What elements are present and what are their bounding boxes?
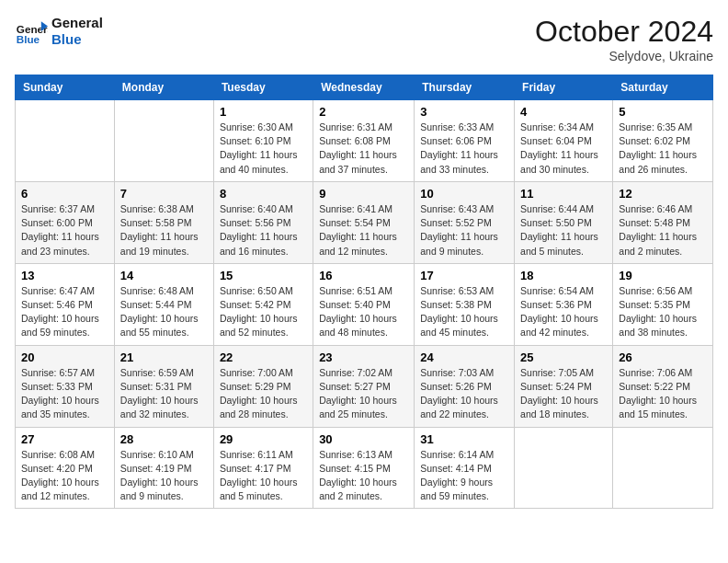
day-number: 12	[619, 187, 707, 201]
calendar-cell: 7Sunrise: 6:38 AM Sunset: 5:58 PM Daylig…	[114, 181, 213, 263]
calendar-cell: 8Sunrise: 6:40 AM Sunset: 5:56 PM Daylig…	[213, 181, 313, 263]
calendar-cell: 29Sunrise: 6:11 AM Sunset: 4:17 PM Dayli…	[213, 427, 313, 509]
calendar-cell: 31Sunrise: 6:14 AM Sunset: 4:14 PM Dayli…	[415, 427, 515, 509]
day-info: Sunrise: 7:06 AM Sunset: 5:22 PM Dayligh…	[619, 366, 707, 422]
calendar-cell: 22Sunrise: 7:00 AM Sunset: 5:29 PM Dayli…	[213, 345, 313, 427]
day-number: 2	[319, 105, 408, 119]
weekday-header: Tuesday	[213, 75, 313, 100]
calendar-cell: 17Sunrise: 6:53 AM Sunset: 5:38 PM Dayli…	[415, 263, 515, 345]
calendar-cell: 13Sunrise: 6:47 AM Sunset: 5:46 PM Dayli…	[16, 263, 115, 345]
day-number: 1	[220, 105, 307, 119]
calendar-cell: 24Sunrise: 7:03 AM Sunset: 5:26 PM Dayli…	[415, 345, 515, 427]
day-info: Sunrise: 6:35 AM Sunset: 6:02 PM Dayligh…	[619, 121, 707, 177]
day-number: 3	[420, 105, 508, 119]
calendar-cell: 6Sunrise: 6:37 AM Sunset: 6:00 PM Daylig…	[16, 181, 115, 263]
day-number: 24	[420, 350, 508, 364]
day-number: 8	[220, 187, 307, 201]
day-info: Sunrise: 6:47 AM Sunset: 5:46 PM Dayligh…	[21, 284, 108, 340]
day-number: 7	[120, 187, 208, 201]
calendar-cell	[114, 100, 213, 182]
day-number: 20	[21, 350, 108, 364]
calendar-cell	[16, 100, 115, 182]
day-number: 31	[420, 432, 508, 446]
calendar-cell: 19Sunrise: 6:56 AM Sunset: 5:35 PM Dayli…	[613, 263, 713, 345]
calendar-cell: 20Sunrise: 6:57 AM Sunset: 5:33 PM Dayli…	[16, 345, 115, 427]
logo-icon: General Blue	[15, 15, 48, 48]
calendar-cell: 15Sunrise: 6:50 AM Sunset: 5:42 PM Dayli…	[213, 263, 313, 345]
calendar-week-row: 13Sunrise: 6:47 AM Sunset: 5:46 PM Dayli…	[16, 263, 713, 345]
calendar-cell: 23Sunrise: 7:02 AM Sunset: 5:27 PM Dayli…	[313, 345, 415, 427]
calendar-cell: 2Sunrise: 6:31 AM Sunset: 6:08 PM Daylig…	[313, 100, 415, 182]
weekday-header: Thursday	[415, 75, 515, 100]
day-info: Sunrise: 6:54 AM Sunset: 5:36 PM Dayligh…	[520, 284, 607, 340]
day-info: Sunrise: 6:08 AM Sunset: 4:20 PM Dayligh…	[21, 448, 108, 504]
day-info: Sunrise: 7:02 AM Sunset: 5:27 PM Dayligh…	[319, 366, 408, 422]
day-info: Sunrise: 6:37 AM Sunset: 6:00 PM Dayligh…	[21, 202, 108, 259]
calendar-table: SundayMondayTuesdayWednesdayThursdayFrid…	[15, 75, 713, 509]
weekday-header: Friday	[515, 75, 613, 100]
day-number: 29	[220, 432, 307, 446]
day-number: 15	[220, 269, 307, 282]
day-info: Sunrise: 6:50 AM Sunset: 5:42 PM Dayligh…	[220, 284, 307, 340]
day-number: 10	[420, 187, 508, 201]
calendar-body: 1Sunrise: 6:30 AM Sunset: 6:10 PM Daylig…	[16, 100, 713, 509]
day-number: 27	[21, 432, 108, 446]
weekday-header: Saturday	[613, 75, 713, 100]
day-info: Sunrise: 6:51 AM Sunset: 5:40 PM Dayligh…	[319, 284, 408, 340]
calendar-cell: 27Sunrise: 6:08 AM Sunset: 4:20 PM Dayli…	[16, 427, 115, 509]
calendar-cell	[613, 427, 713, 509]
day-info: Sunrise: 6:56 AM Sunset: 5:35 PM Dayligh…	[619, 284, 707, 340]
day-info: Sunrise: 6:48 AM Sunset: 5:44 PM Dayligh…	[120, 284, 208, 340]
calendar-cell: 14Sunrise: 6:48 AM Sunset: 5:44 PM Dayli…	[114, 263, 213, 345]
day-number: 4	[520, 105, 607, 119]
day-info: Sunrise: 6:44 AM Sunset: 5:50 PM Dayligh…	[520, 202, 607, 259]
calendar-cell: 11Sunrise: 6:44 AM Sunset: 5:50 PM Dayli…	[515, 181, 613, 263]
logo-text-blue: Blue	[51, 31, 103, 48]
calendar-cell: 3Sunrise: 6:33 AM Sunset: 6:06 PM Daylig…	[415, 100, 515, 182]
calendar-cell: 18Sunrise: 6:54 AM Sunset: 5:36 PM Dayli…	[515, 263, 613, 345]
day-number: 30	[319, 432, 408, 446]
calendar-cell: 16Sunrise: 6:51 AM Sunset: 5:40 PM Dayli…	[313, 263, 415, 345]
svg-text:Blue: Blue	[17, 33, 40, 45]
day-info: Sunrise: 6:34 AM Sunset: 6:04 PM Dayligh…	[520, 121, 607, 177]
day-number: 13	[21, 269, 108, 282]
day-info: Sunrise: 6:31 AM Sunset: 6:08 PM Dayligh…	[319, 121, 408, 177]
calendar-week-row: 6Sunrise: 6:37 AM Sunset: 6:00 PM Daylig…	[16, 181, 713, 263]
logo: General Blue General Blue	[15, 15, 103, 48]
day-info: Sunrise: 6:41 AM Sunset: 5:54 PM Dayligh…	[319, 202, 408, 259]
day-number: 19	[619, 269, 707, 282]
day-info: Sunrise: 7:05 AM Sunset: 5:24 PM Dayligh…	[520, 366, 607, 422]
day-info: Sunrise: 6:40 AM Sunset: 5:56 PM Dayligh…	[220, 202, 307, 259]
day-info: Sunrise: 6:30 AM Sunset: 6:10 PM Dayligh…	[220, 121, 307, 177]
calendar-cell: 28Sunrise: 6:10 AM Sunset: 4:19 PM Dayli…	[114, 427, 213, 509]
day-info: Sunrise: 6:11 AM Sunset: 4:17 PM Dayligh…	[220, 448, 307, 504]
day-number: 22	[220, 350, 307, 364]
day-number: 14	[120, 269, 208, 282]
day-number: 25	[520, 350, 607, 364]
day-info: Sunrise: 7:00 AM Sunset: 5:29 PM Dayligh…	[220, 366, 307, 422]
day-number: 28	[120, 432, 208, 446]
weekday-header: Wednesday	[313, 75, 415, 100]
calendar-cell: 21Sunrise: 6:59 AM Sunset: 5:31 PM Dayli…	[114, 345, 213, 427]
day-number: 16	[319, 269, 408, 282]
day-info: Sunrise: 6:13 AM Sunset: 4:15 PM Dayligh…	[319, 448, 408, 504]
calendar-cell: 5Sunrise: 6:35 AM Sunset: 6:02 PM Daylig…	[613, 100, 713, 182]
day-info: Sunrise: 6:38 AM Sunset: 5:58 PM Dayligh…	[120, 202, 208, 259]
weekday-header: Sunday	[16, 75, 115, 100]
weekday-row: SundayMondayTuesdayWednesdayThursdayFrid…	[16, 75, 713, 100]
month-title: October 2024	[535, 15, 713, 49]
day-number: 18	[520, 269, 607, 282]
calendar-cell	[515, 427, 613, 509]
day-info: Sunrise: 6:57 AM Sunset: 5:33 PM Dayligh…	[21, 366, 108, 422]
calendar-week-row: 27Sunrise: 6:08 AM Sunset: 4:20 PM Dayli…	[16, 427, 713, 509]
calendar-cell: 12Sunrise: 6:46 AM Sunset: 5:48 PM Dayli…	[613, 181, 713, 263]
weekday-header: Monday	[114, 75, 213, 100]
day-number: 6	[21, 187, 108, 201]
day-info: Sunrise: 6:43 AM Sunset: 5:52 PM Dayligh…	[420, 202, 508, 259]
logo-text-general: General	[51, 15, 103, 31]
title-block: October 2024 Selydove, Ukraine	[535, 15, 713, 63]
day-info: Sunrise: 6:10 AM Sunset: 4:19 PM Dayligh…	[120, 448, 208, 504]
day-number: 23	[319, 350, 408, 364]
calendar-cell: 4Sunrise: 6:34 AM Sunset: 6:04 PM Daylig…	[515, 100, 613, 182]
day-info: Sunrise: 6:14 AM Sunset: 4:14 PM Dayligh…	[420, 448, 508, 504]
